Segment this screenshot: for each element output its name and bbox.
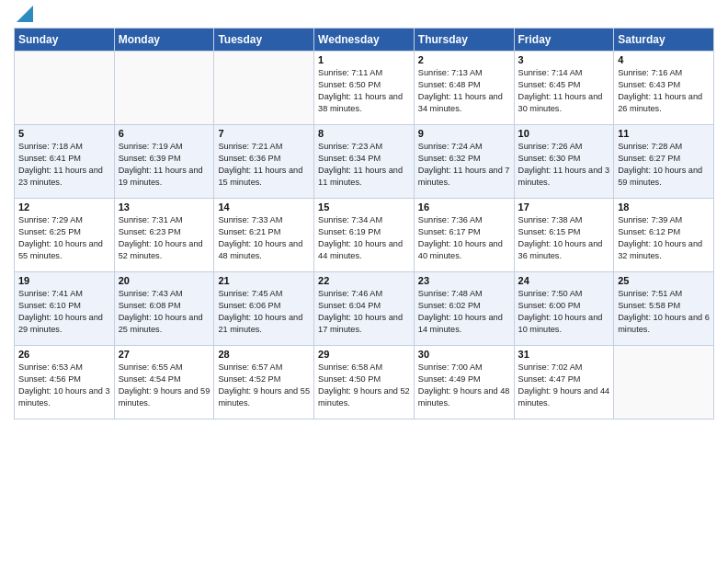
day-number: 3 (518, 54, 610, 65)
calendar-cell: 26Sunrise: 6:53 AM Sunset: 4:56 PM Dayli… (15, 346, 115, 419)
cell-info: Sunrise: 7:31 AM Sunset: 6:23 PM Dayligh… (119, 214, 210, 262)
calendar-cell: 1Sunrise: 7:11 AM Sunset: 6:50 PM Daylig… (314, 52, 415, 125)
cell-info: Sunrise: 7:45 AM Sunset: 6:06 PM Dayligh… (218, 288, 310, 336)
calendar-cell: 13Sunrise: 7:31 AM Sunset: 6:23 PM Dayli… (114, 199, 214, 272)
cell-info: Sunrise: 7:02 AM Sunset: 4:47 PM Dayligh… (518, 362, 610, 409)
calendar-cell: 25Sunrise: 7:51 AM Sunset: 5:58 PM Dayli… (614, 272, 714, 346)
day-number: 13 (119, 201, 210, 213)
day-number: 17 (518, 201, 610, 213)
calendar-cell: 6Sunrise: 7:19 AM Sunset: 6:39 PM Daylig… (114, 125, 214, 199)
calendar-cell (114, 52, 214, 125)
calendar-cell: 5Sunrise: 7:18 AM Sunset: 6:41 PM Daylig… (15, 125, 115, 199)
day-number: 12 (18, 201, 110, 213)
logo (14, 13, 33, 22)
calendar-cell: 3Sunrise: 7:14 AM Sunset: 6:45 PM Daylig… (514, 52, 614, 125)
cell-info: Sunrise: 7:26 AM Sunset: 6:30 PM Dayligh… (518, 141, 610, 189)
cell-info: Sunrise: 7:18 AM Sunset: 6:41 PM Dayligh… (18, 141, 110, 189)
weekday-thursday: Thursday (414, 29, 514, 52)
cell-info: Sunrise: 7:46 AM Sunset: 6:04 PM Dayligh… (318, 288, 410, 336)
day-number: 25 (618, 275, 710, 286)
day-number: 21 (218, 275, 310, 286)
day-number: 6 (119, 128, 210, 139)
calendar-cell (15, 52, 115, 125)
day-number: 10 (518, 128, 610, 139)
cell-info: Sunrise: 7:11 AM Sunset: 6:50 PM Dayligh… (318, 67, 410, 115)
weekday-wednesday: Wednesday (314, 29, 415, 52)
cell-info: Sunrise: 7:33 AM Sunset: 6:21 PM Dayligh… (218, 214, 310, 262)
page: SundayMondayTuesdayWednesdayThursdayFrid… (0, 0, 728, 563)
calendar-cell: 10Sunrise: 7:26 AM Sunset: 6:30 PM Dayli… (514, 125, 614, 199)
day-number: 24 (518, 275, 610, 286)
calendar-cell: 18Sunrise: 7:39 AM Sunset: 6:12 PM Dayli… (614, 199, 714, 272)
cell-info: Sunrise: 7:28 AM Sunset: 6:27 PM Dayligh… (618, 141, 710, 189)
calendar-cell: 21Sunrise: 7:45 AM Sunset: 6:06 PM Dayli… (214, 272, 314, 346)
day-number: 15 (318, 201, 410, 213)
cell-info: Sunrise: 7:24 AM Sunset: 6:32 PM Dayligh… (418, 141, 510, 189)
cell-info: Sunrise: 7:29 AM Sunset: 6:25 PM Dayligh… (18, 214, 110, 262)
calendar-cell: 9Sunrise: 7:24 AM Sunset: 6:32 PM Daylig… (414, 125, 514, 199)
weekday-header-row: SundayMondayTuesdayWednesdayThursdayFrid… (15, 29, 714, 52)
day-number: 23 (418, 275, 510, 286)
cell-info: Sunrise: 6:57 AM Sunset: 4:52 PM Dayligh… (218, 362, 310, 409)
day-number: 26 (18, 349, 110, 360)
week-row-5: 26Sunrise: 6:53 AM Sunset: 4:56 PM Dayli… (15, 346, 714, 419)
cell-info: Sunrise: 7:50 AM Sunset: 6:00 PM Dayligh… (518, 288, 610, 336)
week-row-4: 19Sunrise: 7:41 AM Sunset: 6:10 PM Dayli… (15, 272, 714, 346)
cell-info: Sunrise: 7:43 AM Sunset: 6:08 PM Dayligh… (119, 288, 210, 336)
day-number: 8 (318, 128, 410, 139)
day-number: 31 (518, 349, 610, 360)
calendar-cell: 19Sunrise: 7:41 AM Sunset: 6:10 PM Dayli… (15, 272, 115, 346)
calendar-cell: 22Sunrise: 7:46 AM Sunset: 6:04 PM Dayli… (314, 272, 415, 346)
calendar-cell: 27Sunrise: 6:55 AM Sunset: 4:54 PM Dayli… (114, 346, 214, 419)
day-number: 18 (618, 201, 710, 213)
calendar-cell: 30Sunrise: 7:00 AM Sunset: 4:49 PM Dayli… (414, 346, 514, 419)
cell-info: Sunrise: 6:58 AM Sunset: 4:50 PM Dayligh… (318, 362, 410, 409)
header (14, 9, 714, 22)
day-number: 4 (618, 54, 710, 65)
day-number: 1 (318, 54, 410, 65)
day-number: 27 (119, 349, 210, 360)
cell-info: Sunrise: 7:51 AM Sunset: 5:58 PM Dayligh… (618, 288, 710, 336)
calendar-cell: 28Sunrise: 6:57 AM Sunset: 4:52 PM Dayli… (214, 346, 314, 419)
day-number: 22 (318, 275, 410, 286)
week-row-1: 1Sunrise: 7:11 AM Sunset: 6:50 PM Daylig… (15, 52, 714, 125)
cell-info: Sunrise: 7:38 AM Sunset: 6:15 PM Dayligh… (518, 214, 610, 262)
weekday-sunday: Sunday (15, 29, 115, 52)
cell-info: Sunrise: 7:19 AM Sunset: 6:39 PM Dayligh… (119, 141, 210, 189)
logo-icon (17, 6, 33, 22)
cell-info: Sunrise: 7:39 AM Sunset: 6:12 PM Dayligh… (618, 214, 710, 262)
cell-info: Sunrise: 6:53 AM Sunset: 4:56 PM Dayligh… (18, 362, 110, 409)
calendar-cell: 29Sunrise: 6:58 AM Sunset: 4:50 PM Dayli… (314, 346, 415, 419)
cell-info: Sunrise: 7:36 AM Sunset: 6:17 PM Dayligh… (418, 214, 510, 262)
day-number: 2 (418, 54, 510, 65)
cell-info: Sunrise: 7:13 AM Sunset: 6:48 PM Dayligh… (418, 67, 510, 115)
cell-info: Sunrise: 7:16 AM Sunset: 6:43 PM Dayligh… (618, 67, 710, 115)
cell-info: Sunrise: 7:21 AM Sunset: 6:36 PM Dayligh… (218, 141, 310, 189)
weekday-tuesday: Tuesday (214, 29, 314, 52)
cell-info: Sunrise: 7:23 AM Sunset: 6:34 PM Dayligh… (318, 141, 410, 189)
calendar-cell: 20Sunrise: 7:43 AM Sunset: 6:08 PM Dayli… (114, 272, 214, 346)
day-number: 19 (18, 275, 110, 286)
week-row-2: 5Sunrise: 7:18 AM Sunset: 6:41 PM Daylig… (15, 125, 714, 199)
calendar-cell: 16Sunrise: 7:36 AM Sunset: 6:17 PM Dayli… (414, 199, 514, 272)
weekday-saturday: Saturday (614, 29, 714, 52)
cell-info: Sunrise: 7:34 AM Sunset: 6:19 PM Dayligh… (318, 214, 410, 262)
calendar-cell: 31Sunrise: 7:02 AM Sunset: 4:47 PM Dayli… (514, 346, 614, 419)
calendar-cell: 4Sunrise: 7:16 AM Sunset: 6:43 PM Daylig… (614, 52, 714, 125)
weekday-friday: Friday (514, 29, 614, 52)
calendar-cell (214, 52, 314, 125)
calendar-cell (614, 346, 714, 419)
svg-marker-0 (17, 6, 33, 22)
cell-info: Sunrise: 7:48 AM Sunset: 6:02 PM Dayligh… (418, 288, 510, 336)
day-number: 9 (418, 128, 510, 139)
cell-info: Sunrise: 7:41 AM Sunset: 6:10 PM Dayligh… (18, 288, 110, 336)
day-number: 20 (119, 275, 210, 286)
calendar-cell: 23Sunrise: 7:48 AM Sunset: 6:02 PM Dayli… (414, 272, 514, 346)
calendar-cell: 11Sunrise: 7:28 AM Sunset: 6:27 PM Dayli… (614, 125, 714, 199)
day-number: 29 (318, 349, 410, 360)
cell-info: Sunrise: 6:55 AM Sunset: 4:54 PM Dayligh… (119, 362, 210, 409)
calendar-cell: 15Sunrise: 7:34 AM Sunset: 6:19 PM Dayli… (314, 199, 415, 272)
calendar-cell: 17Sunrise: 7:38 AM Sunset: 6:15 PM Dayli… (514, 199, 614, 272)
calendar-cell: 14Sunrise: 7:33 AM Sunset: 6:21 PM Dayli… (214, 199, 314, 272)
calendar: SundayMondayTuesdayWednesdayThursdayFrid… (14, 28, 714, 419)
